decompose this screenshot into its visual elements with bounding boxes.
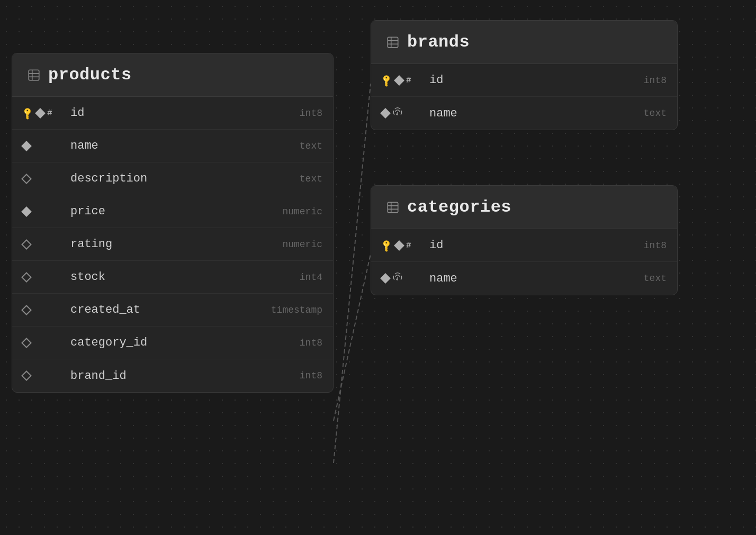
column-name: name: [429, 107, 614, 120]
column-type: timestamp: [271, 305, 322, 315]
diamond-filled-icon: [380, 273, 391, 284]
key-icon: 🔑: [21, 105, 35, 120]
svg-line-0: [334, 84, 371, 463]
table-grid-icon: [386, 35, 400, 49]
table-row: brand_id int8: [12, 359, 333, 392]
column-type: int8: [619, 75, 667, 86]
products-table-header: products: [12, 53, 333, 97]
diamond-outline-icon: [21, 305, 32, 315]
svg-rect-6: [388, 37, 398, 48]
table-row: stock int4: [12, 261, 333, 294]
row-icon-group: [382, 272, 424, 285]
column-name: category_id: [70, 336, 269, 349]
column-type: int8: [275, 108, 322, 119]
column-type: int8: [275, 338, 322, 348]
table-row: name text: [371, 262, 677, 295]
table-row: name text: [12, 130, 333, 162]
svg-rect-2: [29, 70, 39, 80]
row-icon-group: 🔑 #: [382, 240, 424, 251]
hash-icon: #: [406, 241, 411, 250]
brands-table-title: brands: [407, 32, 470, 52]
products-table: products 🔑 # id int8 name text descr: [12, 53, 334, 393]
table-row: category_id int8: [12, 327, 333, 359]
row-icon-group: [23, 142, 65, 150]
diamond-filled-icon: [21, 206, 32, 217]
diamond-outline-icon: [21, 239, 32, 250]
key-icon: 🔑: [380, 238, 394, 252]
column-name: rating: [70, 238, 269, 251]
fingerprint-icon: [392, 107, 403, 120]
table-row: price numeric: [12, 195, 333, 228]
diamond-outline-icon: [21, 174, 32, 184]
column-name: price: [70, 205, 269, 218]
table-row: name text: [371, 97, 677, 130]
column-name: stock: [70, 270, 269, 284]
table-row: 🔑 # id int8: [12, 97, 333, 130]
row-icon-group: [23, 208, 65, 215]
brands-table-header: brands: [371, 21, 677, 64]
column-name: name: [70, 139, 269, 152]
hash-icon: #: [47, 108, 52, 118]
row-icon-group: [23, 241, 65, 248]
key-icon: 🔑: [380, 72, 394, 87]
table-row: 🔑 # id int8: [371, 64, 677, 97]
table-row: created_at timestamp: [12, 294, 333, 327]
table-row: description text: [12, 162, 333, 195]
row-icon-group: [23, 372, 65, 379]
column-type: text: [619, 108, 667, 119]
column-type: int8: [619, 240, 667, 251]
column-name: id: [429, 74, 614, 87]
column-name: id: [70, 106, 269, 120]
diamond-filled-icon: [21, 141, 32, 151]
column-type: int8: [275, 370, 322, 381]
row-icon-group: 🔑 #: [23, 108, 65, 119]
row-icon-group: [23, 175, 65, 183]
row-icon-group: [382, 107, 424, 120]
categories-table: categories 🔑 # id int8: [371, 185, 678, 295]
column-name: brand_id: [70, 369, 269, 383]
column-name: id: [429, 239, 614, 252]
column-type: numeric: [275, 206, 322, 217]
categories-table-header: categories: [371, 186, 677, 229]
column-name: name: [429, 272, 614, 285]
diamond-outline-icon: [21, 338, 32, 348]
hash-icon: #: [406, 76, 411, 85]
svg-line-1: [334, 254, 371, 421]
column-type: int4: [275, 272, 322, 283]
diamond-filled-icon: [394, 240, 404, 251]
column-type: numeric: [275, 239, 322, 250]
column-type: text: [619, 273, 667, 284]
row-icon-group: 🔑 #: [382, 75, 424, 86]
diamond-filled-icon: [380, 108, 391, 119]
row-icon-group: [23, 306, 65, 314]
categories-table-title: categories: [407, 197, 511, 217]
table-row: rating numeric: [12, 228, 333, 261]
svg-rect-10: [388, 202, 398, 213]
diamond-outline-icon: [21, 370, 32, 381]
brands-table: brands 🔑 # id int8: [371, 20, 678, 130]
table-grid-icon: [386, 201, 400, 214]
diamond-filled-icon: [394, 75, 404, 86]
column-name: description: [70, 172, 269, 185]
row-icon-group: [23, 339, 65, 347]
column-name: created_at: [70, 303, 266, 316]
fingerprint-icon: [392, 272, 403, 285]
column-type: text: [275, 174, 322, 184]
diagram-canvas: products 🔑 # id int8 name text descr: [0, 0, 756, 535]
table-grid-icon: [27, 68, 41, 82]
column-type: text: [275, 141, 322, 151]
diamond-outline-icon: [21, 272, 32, 283]
row-icon-group: [23, 274, 65, 281]
table-row: 🔑 # id int8: [371, 229, 677, 262]
products-table-title: products: [48, 65, 132, 85]
diamond-filled-icon: [35, 108, 46, 119]
